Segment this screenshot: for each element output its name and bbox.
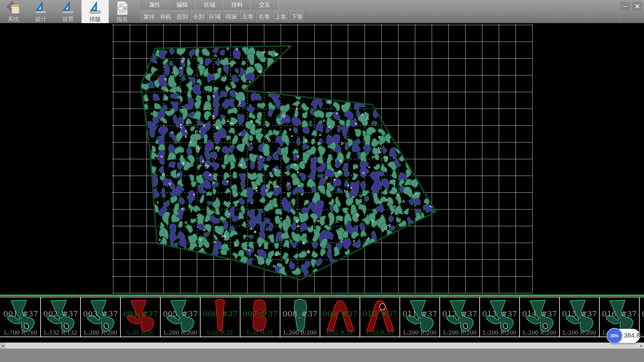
menu-interactive[interactable]: 交互: [251, 0, 278, 10]
thumbnail-cell-004_#37[interactable]: 004_#37L:31 R:31: [121, 297, 161, 337]
application-window: 系统 设计: [0, 0, 644, 362]
tool-select-cut[interactable]: 选割: [174, 10, 190, 23]
nav-report-button[interactable]: 报表: [109, 0, 136, 23]
thumbnail-id-label: 014_#37: [520, 309, 559, 318]
settings-icon: [61, 1, 75, 15]
tool-defect[interactable]: 瑕疵: [223, 10, 239, 23]
thumbnail-id-label: 012_#37: [440, 309, 479, 318]
tool-camera[interactable]: 相机: [158, 10, 174, 23]
tool-cluster-nest[interactable]: 聚排: [141, 10, 157, 23]
menu-nesting[interactable]: 排料: [223, 0, 251, 10]
scroll-left-button[interactable]: ‹: [0, 343, 6, 349]
menu-properties[interactable]: 属性: [141, 0, 168, 10]
tool-cut-all[interactable]: 全割: [191, 10, 207, 23]
main-nav: 系统 设计: [0, 0, 136, 23]
status-bar: [0, 349, 644, 362]
design-icon: [34, 1, 48, 15]
progress-circle: 38%: [606, 328, 623, 344]
nav-system-label: 系统: [8, 15, 19, 23]
thumbnail-id-label: 013_#37: [480, 309, 519, 318]
thumbnail-id-label: 005_#37: [161, 309, 200, 318]
thumbnail-id-label: 008_#37: [280, 309, 320, 318]
window-controls: – ✕: [620, 1, 643, 11]
nav-design-button[interactable]: 设计: [27, 0, 54, 23]
thumbnail-lr-count: L:200 R:200: [440, 329, 479, 336]
thumbnail-cell-001_#37[interactable]: 001_#37L:700 R:700: [1, 297, 41, 337]
nav-report-label: 报表: [117, 16, 128, 23]
thumbnail-cell-013_#37[interactable]: 013_#37L:200 R:200: [480, 297, 520, 337]
nav-layout-button[interactable]: 排版: [82, 0, 109, 23]
thumbnail-id-label: 006_#37: [201, 309, 240, 318]
tool-bar: 聚排 相机 选割 全割 区域 瑕疵 左靠 右靠 上靠 下靠: [141, 10, 305, 23]
layout-icon: [88, 1, 103, 15]
nesting-canvas[interactable]: [0, 24, 644, 296]
thumbnail-cell-005_#37[interactable]: 005_#37L:200 R:200: [161, 297, 201, 337]
thumbnail-cell-003_#37[interactable]: 003_#37L:200 R:200: [81, 297, 121, 337]
thumbnail-cell-006_#37[interactable]: 006_#37L:21 R:21: [201, 297, 240, 337]
thumbnail-lr-count: L:700 R:700: [1, 329, 40, 336]
thumbnail-cell-010_#37[interactable]: 010_#37L:33 R:33: [360, 297, 400, 337]
thumbnail-lr-count: L:200 R:200: [400, 329, 439, 336]
nav-layout-label: 排版: [90, 15, 101, 23]
thumbnail-id-label: 003_#37: [81, 309, 120, 318]
close-button[interactable]: ✕: [632, 1, 643, 11]
thumbnail-id-label: 016_#37: [600, 309, 639, 318]
thumbnail-lr-count: L:200 R:200: [480, 329, 519, 336]
menu-bar: 属性 编辑 区域 排料 交互: [141, 0, 278, 10]
thumbnail-cell-017_#37[interactable]: 017_#37L:2: [640, 297, 644, 337]
minimize-button[interactable]: –: [620, 1, 631, 11]
thumbnail-lr-count: L:200 R:200: [560, 329, 599, 336]
horizontal-scrollbar[interactable]: ‹ ›: [0, 343, 644, 349]
thumbnail-lr-count: L:200 R:200: [81, 329, 120, 336]
thumbnail-cell-008_#37[interactable]: 008_#37L:200 R:200: [280, 297, 320, 337]
scroll-right-button[interactable]: ›: [638, 343, 644, 349]
thumbnail-id-label: 011_#37: [400, 309, 439, 318]
report-icon: [115, 1, 130, 15]
thumbnail-id-label: 017_#37: [640, 309, 644, 318]
thumbnail-cell-002_#37[interactable]: 002_#37L:132 R:132: [41, 297, 81, 337]
thumbnail-lr-count: L:33 R:33: [360, 329, 399, 336]
thumbnail-lr-count: L:200 R:200: [161, 329, 200, 336]
thumbnail-lr-count: L:21 R:21: [201, 329, 240, 336]
thumbnail-id-label: 015_#37: [560, 309, 599, 318]
piece-thumbnail-strip: 001_#37L:700 R:700002_#37L:132 R:132003_…: [0, 297, 644, 337]
thumbnail-cell-015_#37[interactable]: 015_#37L:200 R:200: [560, 297, 600, 337]
tool-align-left[interactable]: 左靠: [240, 10, 256, 23]
thumbnail-lr-count: L:31 R:31: [240, 329, 280, 336]
workspace: 001_#37L:700 R:700002_#37L:132 R:132003_…: [0, 24, 644, 343]
nav-system-button[interactable]: 系统: [0, 0, 27, 23]
thumbnail-id-label: 004_#37: [121, 309, 160, 318]
thumbnail-id-label: 007_#37: [240, 309, 280, 318]
thumbnail-id-label: 010_#37: [360, 309, 399, 318]
tool-align-right[interactable]: 右靠: [256, 10, 272, 23]
thumbnail-id-label: 001_#37: [1, 309, 40, 318]
thumbnail-cell-009_#37[interactable]: 009_#37L:32 R:31: [320, 297, 360, 337]
tool-region[interactable]: 区域: [207, 10, 223, 23]
thumbnail-lr-count: L:132 R:132: [41, 329, 80, 336]
tool-align-bottom[interactable]: 下靠: [289, 10, 305, 23]
nav-design-label: 设计: [35, 15, 47, 23]
thumbnail-cell-011_#37[interactable]: 011_#37L:200 R:200: [400, 297, 440, 337]
memory-value: 384.8M: [624, 332, 644, 339]
thumbnail-id-label: 002_#37: [41, 309, 80, 318]
menu-region[interactable]: 区域: [196, 0, 223, 10]
progress-percent: 38%: [610, 334, 619, 338]
thumbnail-lr-count: L:200 R:200: [280, 329, 320, 336]
strip-top-green-line: [0, 295, 644, 296]
thumbnail-lr-count: L:200 R:200: [520, 329, 559, 336]
thumbnail-cell-012_#37[interactable]: 012_#37L:200 R:200: [440, 297, 480, 337]
thumbnail-cell-007_#37[interactable]: 007_#37L:31 R:31: [240, 297, 280, 337]
titlebar: 系统 设计: [0, 0, 644, 24]
nav-settings-label: 设置: [62, 15, 74, 23]
nav-settings-button[interactable]: 设置: [54, 0, 82, 23]
thumbnail-id-label: 009_#37: [320, 309, 360, 318]
thumbnail-cell-014_#37[interactable]: 014_#37L:200 R:200: [520, 297, 560, 337]
menu-edit[interactable]: 编辑: [168, 0, 196, 10]
thumbnail-lr-count: L:32 R:31: [320, 329, 360, 336]
tool-align-top[interactable]: 上靠: [273, 10, 289, 23]
system-icon: [6, 1, 21, 15]
thumbnail-lr-count: L:31 R:31: [121, 329, 160, 336]
